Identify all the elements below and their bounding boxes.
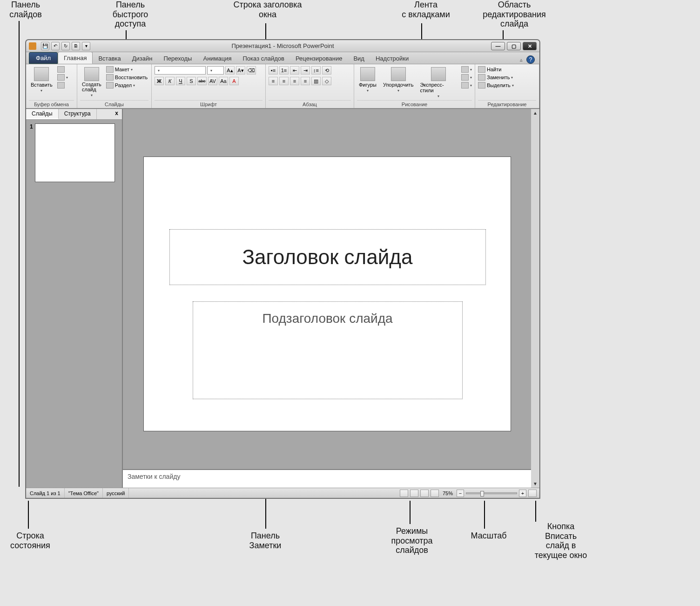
italic-button[interactable]: К xyxy=(165,77,175,85)
copy-icon xyxy=(57,74,65,81)
slide-thumbnail[interactable] xyxy=(35,123,115,182)
view-reading-button[interactable] xyxy=(420,490,429,497)
reset-button[interactable]: Восстановить xyxy=(106,74,148,81)
tab-transitions[interactable]: Переходы xyxy=(158,53,197,64)
notes-panel[interactable]: Заметки к слайду xyxy=(123,469,531,488)
find-icon xyxy=(478,66,485,73)
cut-icon xyxy=(57,66,65,73)
new-slide-label: Создатьслайд xyxy=(82,82,101,92)
font-size-combo[interactable]: ▾ xyxy=(207,66,224,75)
change-case-button[interactable]: Aa xyxy=(219,77,228,85)
shape-outline-button[interactable]: ▾ xyxy=(461,74,472,81)
shape-effects-button[interactable]: ▾ xyxy=(461,82,472,89)
justify-button[interactable]: ≡ xyxy=(301,77,310,85)
close-button[interactable]: ✕ xyxy=(523,42,537,50)
shape-fill-button[interactable]: ▾ xyxy=(461,66,472,73)
arrange-button[interactable]: Упорядочить▾ xyxy=(381,66,415,94)
tab-outline[interactable]: Структура xyxy=(59,109,97,119)
increase-indent-button[interactable]: ⇥ xyxy=(301,66,310,75)
status-theme[interactable]: "Тема Office" xyxy=(65,488,103,498)
tab-insert[interactable]: Вставка xyxy=(93,53,126,64)
close-panel-button[interactable]: x xyxy=(111,109,122,119)
minimize-ribbon-icon[interactable]: ▵ xyxy=(520,57,523,63)
cut-button[interactable] xyxy=(57,66,68,73)
view-normal-button[interactable] xyxy=(400,490,408,497)
quick-styles-button[interactable]: Экспресс-стили▾ xyxy=(418,66,458,99)
align-right-button[interactable]: ≡ xyxy=(290,77,299,85)
zoom-slider[interactable] xyxy=(466,492,517,494)
tab-addins[interactable]: Надстройки xyxy=(370,53,414,64)
columns-button[interactable]: ▥ xyxy=(311,77,321,85)
callout-fit-button: КнопкаВписатьслайд втекущее окно xyxy=(521,522,600,560)
status-slide-count[interactable]: Слайд 1 из 1 xyxy=(26,488,65,498)
tab-animation[interactable]: Анимация xyxy=(197,53,237,64)
zoom-percent[interactable]: 75% xyxy=(443,490,453,496)
layout-icon xyxy=(106,66,114,73)
view-slideshow-button[interactable] xyxy=(431,490,439,497)
replace-button[interactable]: Заменить▾ xyxy=(478,74,514,81)
format-painter-button[interactable] xyxy=(57,82,68,89)
bullets-button[interactable]: •≡ xyxy=(269,66,278,75)
align-center-button[interactable]: ≡ xyxy=(279,77,289,85)
scroll-down-icon[interactable]: ▼ xyxy=(533,481,538,486)
shapes-button[interactable]: Фигуры▾ xyxy=(357,66,378,94)
tab-design[interactable]: Дизайн xyxy=(127,53,158,64)
title-placeholder[interactable]: Заголовок слайда xyxy=(169,229,486,285)
zoom-slider-thumb[interactable] xyxy=(480,491,484,497)
tab-review[interactable]: Рецензирование xyxy=(290,53,348,64)
arrange-icon xyxy=(391,67,406,81)
zoom-in-button[interactable]: + xyxy=(519,490,526,497)
numbering-button[interactable]: 1≡ xyxy=(279,66,289,75)
section-button[interactable]: Раздел▾ xyxy=(106,82,148,89)
maximize-button[interactable]: ▢ xyxy=(507,42,521,50)
fit-to-window-button[interactable] xyxy=(528,490,537,497)
minimize-button[interactable]: — xyxy=(491,42,505,50)
strike-button[interactable]: abe xyxy=(197,77,207,85)
zoom-out-button[interactable]: − xyxy=(457,490,464,497)
shadow-button[interactable]: S xyxy=(187,77,196,85)
tab-slides[interactable]: Слайды xyxy=(26,109,59,119)
underline-button[interactable]: Ч xyxy=(176,77,185,85)
view-sorter-button[interactable] xyxy=(410,490,418,497)
tab-slideshow[interactable]: Показ слайдов xyxy=(237,53,290,64)
new-slide-button[interactable]: Создатьслайд ▾ xyxy=(80,66,103,98)
paste-button[interactable]: Вставить ▾ xyxy=(29,66,54,94)
find-button[interactable]: Найти xyxy=(478,66,514,73)
tab-home[interactable]: Главная xyxy=(58,52,93,64)
decrease-indent-button[interactable]: ⇤ xyxy=(290,66,299,75)
grow-font-button[interactable]: A▴ xyxy=(225,66,235,75)
document-name: Презентация1 xyxy=(231,42,271,49)
font-name-combo[interactable]: ▾ xyxy=(155,66,206,75)
file-tab[interactable]: Файл xyxy=(29,52,58,64)
scroll-up-icon[interactable]: ▲ xyxy=(533,110,538,116)
app-name: Microsoft PowerPoint xyxy=(277,42,334,49)
effects-icon xyxy=(461,82,469,89)
status-language[interactable]: русский xyxy=(103,488,129,498)
group-label: Рисование xyxy=(357,100,472,107)
callout-slide-panel: Панельслайдов xyxy=(0,0,51,19)
select-button[interactable]: Выделить▾ xyxy=(478,82,514,89)
vertical-scrollbar[interactable]: ▲ ▼ xyxy=(531,109,539,488)
char-spacing-button[interactable]: AV xyxy=(208,77,217,85)
line-spacing-button[interactable]: ↕≡ xyxy=(311,66,321,75)
copy-button[interactable]: ▾ xyxy=(57,74,68,81)
help-icon[interactable]: ? xyxy=(526,55,535,64)
shrink-font-button[interactable]: A▾ xyxy=(236,66,245,75)
window-title: Презентация1 - Microsoft PowerPoint xyxy=(26,42,539,49)
subtitle-placeholder-text: Подзаголовок слайда xyxy=(262,311,392,326)
group-clipboard: Вставить ▾ ▾ Буфер обмена xyxy=(26,64,77,108)
callout-line xyxy=(265,23,266,42)
callout-notes-panel: ПанельЗаметки xyxy=(233,531,298,550)
bold-button[interactable]: Ж xyxy=(155,77,164,85)
subtitle-placeholder[interactable]: Подзаголовок слайда xyxy=(193,301,463,399)
slide-canvas[interactable]: Заголовок слайда Подзаголовок слайда xyxy=(143,157,511,431)
font-color-button[interactable]: A xyxy=(229,77,239,85)
convert-smartart-button[interactable]: ◇ xyxy=(322,77,331,85)
text-direction-button[interactable]: ⟲ xyxy=(322,66,331,75)
tab-view[interactable]: Вид xyxy=(348,53,370,64)
align-left-button[interactable]: ≡ xyxy=(269,77,278,85)
layout-button[interactable]: Макет▾ xyxy=(106,66,148,73)
title-placeholder-text: Заголовок слайда xyxy=(242,245,413,269)
clear-format-button[interactable]: ⌫ xyxy=(247,66,256,75)
select-icon xyxy=(478,82,485,89)
